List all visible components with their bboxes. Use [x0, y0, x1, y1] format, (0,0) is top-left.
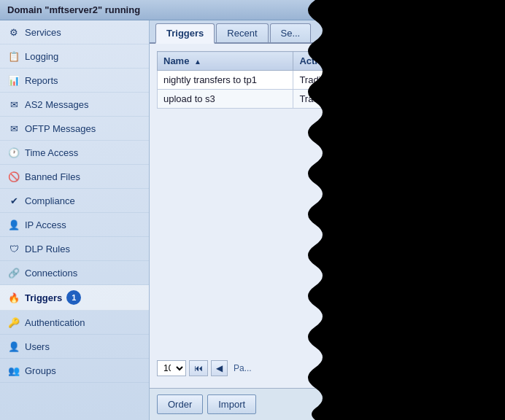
- window-title: Domain "mftserver2" running: [7, 4, 140, 15]
- main-panel: Triggers Recent Se... Name ▲: [150, 20, 505, 420]
- ipaccess-icon: 👤: [7, 218, 20, 231]
- sidebar-item-groups[interactable]: 👥 Groups: [0, 359, 149, 383]
- trigger-actions: Trading Partner Regex File Upload: [293, 71, 498, 90]
- sidebar-item-timeaccess[interactable]: 🕐 Time Access: [0, 141, 149, 165]
- connections-icon: 🔗: [7, 266, 20, 279]
- sidebar-item-label: Time Access: [25, 147, 78, 158]
- sidebar-item-label: DLP Rules: [25, 244, 70, 254]
- users-icon: 👤: [7, 340, 20, 353]
- tabs-bar: Triggers Recent Se...: [150, 20, 505, 44]
- sidebar-item-label: Authentication: [25, 317, 85, 328]
- sidebar-item-services[interactable]: ⚙ Services: [0, 20, 149, 44]
- window: Domain "mftserver2" running ⚙ Services 📋…: [0, 0, 505, 420]
- sidebar-item-label: Logging: [25, 51, 58, 62]
- sidebar-item-label: Users: [25, 341, 50, 352]
- sort-arrow-icon: ▲: [194, 58, 201, 66]
- sidebar-item-label: Banned Files: [25, 171, 80, 182]
- per-page-select[interactable]: 10 25 50 100: [157, 360, 186, 376]
- table-row: nightly transfers to tp1 Trading Partner…: [158, 71, 498, 90]
- sidebar-item-as2messages[interactable]: ✉ AS2 Messages: [0, 93, 149, 117]
- trigger-name: upload to s3: [158, 90, 293, 109]
- auth-icon: 🔑: [7, 316, 20, 329]
- sidebar-item-ipaccess[interactable]: 👤 IP Access: [0, 213, 149, 237]
- sidebar-item-label: Connections: [25, 268, 77, 279]
- sidebar-item-label: Compliance: [25, 195, 75, 206]
- first-page-button[interactable]: ⏮: [189, 360, 208, 376]
- sidebar-item-compliance[interactable]: ✔ Compliance: [0, 189, 149, 213]
- order-button[interactable]: Order: [157, 394, 203, 414]
- sidebar-item-connections[interactable]: 🔗 Connections: [0, 261, 149, 285]
- page-label: Pa...: [234, 363, 252, 373]
- tab-triggers[interactable]: Triggers: [155, 23, 215, 44]
- sidebar-item-label: Groups: [25, 365, 56, 376]
- sidebar-item-oftpmessages[interactable]: ✉ OFTP Messages: [0, 117, 149, 141]
- edit-button[interactable]: Edit: [460, 394, 498, 414]
- title-bar: Domain "mftserver2" running: [0, 0, 505, 20]
- sidebar: ⚙ Services 📋 Logging 📊 Reports ✉ AS2 Mes…: [0, 20, 150, 420]
- timeaccess-icon: 🕐: [7, 146, 20, 159]
- sidebar-item-users[interactable]: 👤 Users: [0, 335, 149, 359]
- triggers-icon: 🔥: [7, 291, 20, 304]
- add-step-badge: 2: [447, 387, 463, 403]
- sidebar-item-dlprules[interactable]: 🛡 DLP Rules: [0, 237, 149, 261]
- sidebar-item-reports[interactable]: 📊 Reports: [0, 69, 149, 93]
- content-area: ⚙ Services 📋 Logging 📊 Reports ✉ AS2 Mes…: [0, 20, 505, 420]
- table-row: upload to s3 Trading Partner Regex File …: [158, 90, 498, 109]
- table-area: Name ▲ Actions nightly transfers to tp1 …: [150, 44, 505, 388]
- sidebar-item-authentication[interactable]: 🔑 Authentication: [0, 311, 149, 335]
- as2-icon: ✉: [7, 98, 20, 111]
- sidebar-item-label: Reports: [25, 75, 58, 86]
- trigger-actions: Trading Partner Regex File Upload: [293, 90, 498, 109]
- tab-se[interactable]: Se...: [270, 23, 312, 42]
- sidebar-item-label: Services: [25, 27, 61, 38]
- triggers-badge: 1: [66, 290, 81, 305]
- prev-page-button[interactable]: ◀: [211, 360, 228, 376]
- col-actions: Actions: [293, 52, 498, 71]
- sidebar-item-label: IP Access: [25, 219, 66, 230]
- add-button[interactable]: Add: [405, 394, 444, 414]
- import-button[interactable]: Import: [207, 394, 256, 414]
- bannedfiles-icon: 🚫: [7, 170, 20, 183]
- logging-icon: 📋: [7, 50, 20, 63]
- trigger-name: nightly transfers to tp1: [158, 71, 293, 90]
- pagination-bar: 10 25 50 100 ⏮ ◀ Pa...: [157, 356, 498, 381]
- tab-recent[interactable]: Recent: [216, 23, 268, 42]
- col-name[interactable]: Name ▲: [158, 52, 293, 71]
- triggers-table: Name ▲ Actions nightly transfers to tp1 …: [157, 51, 498, 109]
- sidebar-item-logging[interactable]: 📋 Logging: [0, 44, 149, 69]
- sidebar-item-label: AS2 Messages: [25, 99, 88, 110]
- groups-icon: 👥: [7, 364, 20, 377]
- services-icon: ⚙: [7, 26, 20, 39]
- compliance-icon: ✔: [7, 194, 20, 207]
- dlp-icon: 🛡: [7, 242, 20, 255]
- action-bar: Order Import Add 2 ↖ Edit: [150, 388, 505, 420]
- sidebar-item-bannedfiles[interactable]: 🚫 Banned Files: [0, 165, 149, 189]
- reports-icon: 📊: [7, 74, 20, 87]
- oftp-icon: ✉: [7, 122, 20, 135]
- sidebar-item-triggers[interactable]: 🔥 Triggers 1: [0, 285, 149, 311]
- sidebar-item-label: OFTP Messages: [25, 123, 96, 134]
- sidebar-item-label: Triggers: [25, 292, 62, 303]
